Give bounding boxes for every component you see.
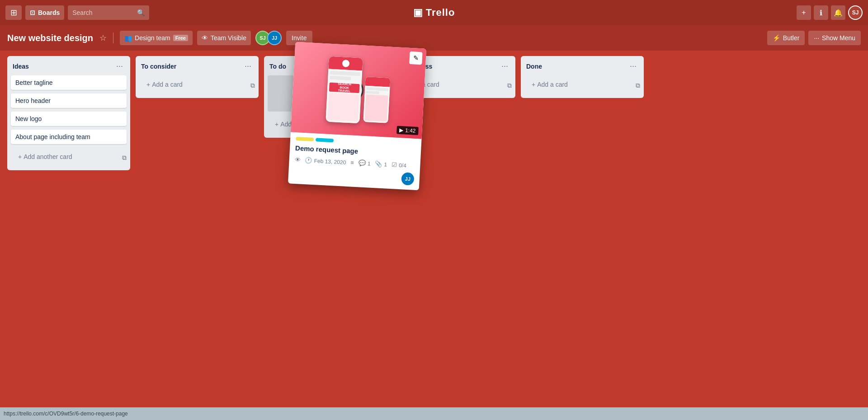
board-content: Ideas ··· Better tagline Hero header New… [0,51,868,420]
add-card-row-to-consider: + Add a card ⧉ [136,75,259,98]
card-text: About page including team [15,133,90,140]
plus-icon: + [532,81,535,88]
status-bar: https://trello.com/c/OVD9wt5r/6-demo-req… [0,407,868,420]
checklist-icon: ☑ [392,161,397,168]
notifications-button[interactable]: 🔔 [831,5,845,20]
trello-logo-icon: ▣ [413,7,423,19]
search-placeholder: Search [72,9,92,16]
butler-icon: ⚡ [773,34,780,42]
comment-icon: 💬 [359,159,366,167]
play-icon: ▶ [399,127,404,133]
copy-card-button-in-progress[interactable]: ⧉ [507,82,512,89]
floating-card-container: SEARCHBOOKTRAVEL ✊ [288,42,426,191]
header-right: ⚡ Butler ··· Show Menu [767,31,861,45]
add-button[interactable]: + [797,5,811,20]
column-menu-done[interactable]: ··· [628,61,638,72]
design-team-button[interactable]: 👥 Design team Free [120,31,193,45]
attachment-icon: 📎 [375,160,382,168]
avatar-jj[interactable]: JJ [267,31,282,45]
star-button[interactable]: ☆ [99,33,107,43]
label-yellow [296,137,314,141]
column-menu-to-consider[interactable]: ··· [243,61,253,72]
add-card-button-ideas[interactable]: + Add another card [14,150,118,163]
card-text: Better tagline [15,79,53,86]
label-teal [316,138,334,142]
add-card-label: Add a card [152,81,183,88]
info-button[interactable]: ℹ [814,5,828,20]
team-icon: 👥 [124,34,132,42]
edit-icon: ✎ [413,54,419,62]
trello-logo: ▣ Trello [413,7,455,19]
column-menu-in-progress[interactable]: ··· [500,61,510,72]
boards-button[interactable]: ⊡ Boards [25,5,64,20]
copy-card-button-done[interactable]: ⧉ [636,82,640,89]
column-header-done: Done ··· [521,56,644,75]
search-box[interactable]: Search 🔍 [68,5,149,20]
card-about-page[interactable]: About page including team [11,130,127,144]
card-better-tagline[interactable]: Better tagline [11,75,127,90]
card-date: Feb 13, 2020 [314,158,346,166]
card-image: SEARCHBOOKTRAVEL ✊ [291,42,426,139]
board-title: New website design [7,33,93,43]
copy-card-button-to-consider[interactable]: ⧉ [250,82,255,89]
eye-icon: 👁 [294,156,301,163]
card-footer: JJ [293,167,414,186]
show-menu-button[interactable]: ··· Show Menu [808,31,861,45]
column-ideas: Ideas ··· Better tagline Hero header New… [7,56,130,170]
column-header-to-consider: To consider ··· [136,56,259,75]
column-menu-ideas[interactable]: ··· [114,61,125,72]
column-title-to-consider: To consider [141,63,176,70]
avatars-group: SJ JJ [255,31,282,45]
home-button[interactable]: ⊞ [5,5,22,20]
free-badge: Free [173,35,188,41]
add-card-label: Add a card [537,81,568,88]
comments-count: 1 [368,160,371,167]
butler-label: Butler [783,34,800,42]
meta-date: 🕐 Feb 13, 2020 [305,157,346,166]
status-url: https://trello.com/c/OVD9wt5r/6-demo-req… [4,411,128,417]
trello-logo-text: Trello [426,7,455,19]
team-visible-label: Team Visible [211,34,246,42]
add-card-button-to-consider[interactable]: + Add a card [143,78,247,91]
card-hero-header[interactable]: Hero header [11,93,127,108]
meta-attachments: 📎 1 [375,160,387,168]
boards-icon: ⊡ [30,9,35,16]
attachments-count: 1 [384,161,387,168]
add-card-row-done: + Add a card ⧉ [521,75,644,98]
add-card-button-done[interactable]: + Add a card [528,78,632,91]
plus-icon: + [275,121,278,128]
show-menu-label: Show Menu [822,34,855,42]
column-header-ideas: Ideas ··· [7,56,130,75]
butler-button[interactable]: ⚡ Butler [767,31,805,45]
meta-comments: 💬 1 [359,159,371,167]
team-visible-button[interactable]: 👁 Team Visible [197,31,251,45]
card-title: Demo request page [295,144,416,158]
card-text: Hero header [15,97,51,104]
meta-description: ≡ [350,159,354,166]
add-card-label: Add another card [24,153,72,160]
column-to-consider: To consider ··· + Add a card ⧉ [136,56,259,98]
edit-card-button[interactable]: ✎ [409,51,422,65]
copy-card-button-ideas[interactable]: ⧉ [122,154,127,162]
design-team-label: Design team [135,34,170,42]
nav-right: + ℹ 🔔 SJ [797,5,863,20]
floating-card[interactable]: SEARCHBOOKTRAVEL ✊ [288,42,426,191]
card-avatar-jj: JJ [401,172,414,185]
column-title-done: Done [526,63,542,70]
video-duration: 1:42 [405,127,416,134]
top-nav: ⊞ ⊡ Boards Search 🔍 ▣ Trello + ℹ 🔔 SJ [0,0,868,25]
meta-watched: 👁 [294,156,301,163]
column-title-ideas: Ideas [13,63,29,70]
user-avatar[interactable]: SJ [848,5,863,20]
column-done: Done ··· + Add a card ⧉ [521,56,644,98]
plus-icon: + [146,81,150,88]
ellipsis-icon: ··· [814,34,819,42]
add-card-row-ideas: + Add another card ⧉ [7,148,130,170]
column-title-to-do: To do [269,63,286,70]
divider [113,33,113,43]
card-new-logo[interactable]: New logo [11,112,127,126]
eye-icon: 👁 [202,34,208,42]
plus-icon: + [18,153,22,160]
description-icon: ≡ [350,159,354,166]
clock-icon: 🕐 [305,157,312,164]
